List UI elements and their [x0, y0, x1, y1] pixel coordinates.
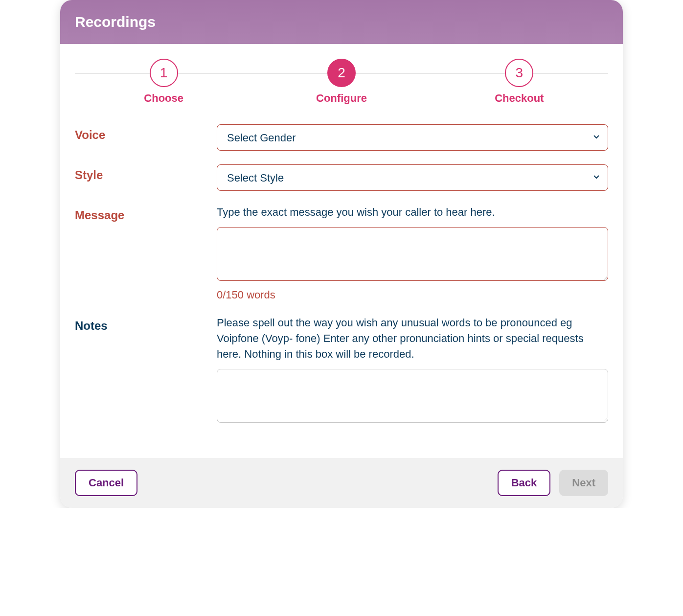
- notes-help-text: Please spell out the way you wish any un…: [217, 315, 608, 362]
- message-textarea[interactable]: [217, 227, 608, 281]
- cancel-button[interactable]: Cancel: [75, 470, 137, 496]
- next-button[interactable]: Next: [559, 470, 608, 496]
- message-help-text: Type the exact message you wish your cal…: [217, 205, 608, 220]
- stepper: 1 Choose 2 Configure 3 Checkout: [60, 44, 623, 110]
- modal-header: Recordings: [60, 0, 623, 44]
- step-circle-3: 3: [505, 59, 533, 87]
- step-circle-1: 1: [150, 59, 178, 87]
- recordings-modal: Recordings 1 Choose 2 Configure 3 Checko…: [60, 0, 623, 508]
- notes-textarea[interactable]: [217, 369, 608, 423]
- voice-select-wrap: Select Gender: [217, 124, 608, 151]
- message-word-counter: 0/150 words: [217, 289, 608, 301]
- back-button[interactable]: Back: [498, 470, 551, 496]
- message-row: Message Type the exact message you wish …: [75, 205, 608, 301]
- voice-label: Voice: [75, 124, 217, 142]
- modal-title: Recordings: [75, 14, 608, 30]
- notes-label: Notes: [75, 315, 217, 333]
- step-label-configure: Configure: [316, 92, 367, 105]
- modal-footer: Cancel Back Next: [60, 458, 623, 508]
- form-area: Voice Select Gender Style: [60, 110, 623, 458]
- style-select-wrap: Select Style: [217, 164, 608, 191]
- step-choose[interactable]: 1 Choose: [75, 59, 252, 105]
- style-row: Style Select Style: [75, 164, 608, 191]
- step-label-checkout: Checkout: [495, 92, 544, 105]
- voice-row: Voice Select Gender: [75, 124, 608, 151]
- step-checkout[interactable]: 3 Checkout: [431, 59, 608, 105]
- footer-right-group: Back Next: [498, 470, 608, 496]
- step-circle-2: 2: [327, 59, 356, 87]
- notes-row: Notes Please spell out the way you wish …: [75, 315, 608, 425]
- style-label: Style: [75, 164, 217, 182]
- style-select[interactable]: Select Style: [217, 164, 608, 191]
- message-label: Message: [75, 205, 217, 222]
- voice-select[interactable]: Select Gender: [217, 124, 608, 151]
- step-configure[interactable]: 2 Configure: [252, 59, 430, 105]
- step-label-choose: Choose: [144, 92, 183, 105]
